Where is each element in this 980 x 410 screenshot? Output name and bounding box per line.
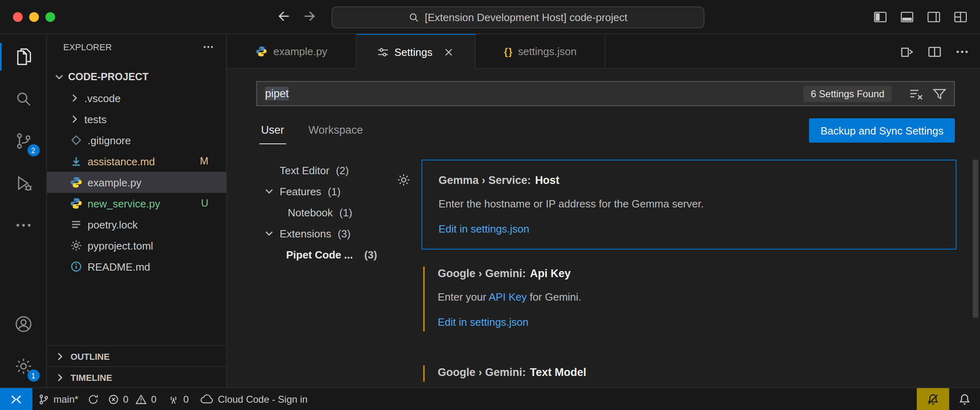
api-key-link[interactable]: API Key [489, 291, 527, 303]
python-file-icon [256, 45, 268, 58]
explorer-header: EXPLORER [47, 34, 226, 60]
activity-run-debug[interactable] [0, 162, 47, 204]
python-file-icon [70, 197, 83, 210]
notifications-button[interactable] [949, 388, 980, 410]
toc-text-editor[interactable]: Text Editor (2) [227, 160, 422, 181]
toc-count: (3) [364, 248, 377, 261]
description-text: for Gemini. [527, 291, 581, 303]
toc-features[interactable]: Features (1) [227, 181, 422, 202]
settings-toc: Text Editor (2) Features (1) Notebook (1… [227, 160, 422, 265]
run-debug-icon [13, 173, 33, 193]
tree-item-gitignore[interactable]: .gitignore [47, 130, 226, 151]
activity-source-control[interactable]: 2 [0, 120, 47, 162]
split-editor-icon[interactable] [927, 43, 943, 60]
error-count: 0 [123, 393, 128, 405]
edit-in-settings-json-link[interactable]: Edit in settings.json [438, 316, 529, 328]
remote-indicator[interactable] [0, 388, 32, 410]
toc-extensions[interactable]: Extensions (3) [227, 223, 422, 244]
backup-sync-settings-button[interactable]: Backup and Sync Settings [809, 118, 955, 143]
toc-count: (3) [338, 227, 351, 239]
activity-search[interactable] [0, 78, 47, 120]
activity-more-views[interactable] [0, 204, 47, 246]
info-file-icon [70, 260, 83, 273]
settings-search-input[interactable]: pipet 6 Settings Found [256, 81, 955, 106]
chevron-right-icon [53, 350, 66, 363]
history-back-button[interactable] [276, 9, 291, 23]
setting-title: Gemma › Service:Host [439, 173, 941, 188]
json-braces-icon: { } [504, 46, 512, 57]
outline-label: OUTLINE [71, 351, 110, 361]
setting-title: Google › Gemini:Api Key [438, 267, 942, 281]
cloud-code-signin[interactable]: Cloud Code - Sign in [195, 388, 313, 410]
filter-icon[interactable] [931, 85, 948, 102]
tab-settings-json[interactable]: { } settings.json [476, 34, 606, 69]
tree-item-poetry-lock[interactable]: poetry.lock [47, 214, 226, 235]
radio-tower-icon [168, 393, 179, 405]
do-not-disturb-button[interactable] [917, 388, 949, 410]
tree-item-tests[interactable]: tests [47, 109, 226, 130]
git-status-badge: M [200, 156, 208, 167]
views-more-actions-icon[interactable] [202, 41, 215, 53]
close-tab-icon[interactable] [443, 46, 455, 58]
activity-settings[interactable]: 1 [0, 345, 47, 387]
toc-pipet-code[interactable]: Pipet Code ... (3) [227, 244, 422, 265]
settings-search-value: pipet [265, 88, 804, 100]
minimize-window-button[interactable] [29, 12, 39, 22]
tree-item-assistance-md[interactable]: assistance.md M [47, 151, 226, 172]
tree-root-code-project[interactable]: CODE-PROJECT [47, 66, 226, 88]
problems-status[interactable]: 0 0 [102, 388, 162, 410]
toc-label: Features [280, 185, 321, 197]
markdown-file-icon [70, 155, 83, 168]
status-bar: main* 0 0 0 Cloud Cod [0, 387, 980, 410]
editor-area: example.py Settings { } settings.json [227, 34, 980, 387]
gitignore-file-icon [70, 134, 83, 147]
open-changes-icon[interactable] [899, 43, 915, 60]
tree-item-example-py[interactable]: example.py [47, 172, 226, 193]
outline-section-header[interactable]: OUTLINE [47, 345, 226, 366]
tree-item-label: new_service.py [88, 197, 160, 209]
tree-item-pyproject-toml[interactable]: pyproject.toml [47, 235, 226, 256]
settings-sliders-icon [377, 46, 389, 58]
git-branch-status[interactable]: main* [32, 388, 84, 410]
zoom-window-button[interactable] [45, 12, 55, 22]
setting-manage-gear-icon[interactable] [396, 173, 411, 187]
history-forward-button[interactable] [302, 9, 317, 23]
clear-search-icon[interactable] [908, 85, 924, 102]
toggle-panel-icon[interactable] [899, 9, 915, 25]
settings-scrollbar[interactable] [973, 160, 978, 318]
tab-example-py[interactable]: example.py [227, 34, 357, 69]
remote-icon [9, 392, 24, 406]
setting-google-gemini-text-model[interactable]: Google › Gemini:Text Model [422, 361, 956, 387]
setting-category: Google › Gemini: [438, 267, 526, 280]
activity-accounts[interactable] [0, 303, 47, 345]
tree-item-readme-md[interactable]: README.md [47, 256, 226, 277]
tab-settings[interactable]: Settings [357, 34, 476, 70]
ports-status[interactable]: 0 [162, 388, 194, 410]
close-window-button[interactable] [13, 12, 23, 22]
scope-tab-workspace[interactable]: Workspace [307, 118, 365, 144]
tree-item-vscode[interactable]: .vscode [47, 88, 226, 109]
command-center[interactable]: [Extension Development Host] code-projec… [332, 6, 704, 28]
scope-tab-user[interactable]: User [259, 118, 286, 144]
window-title: [Extension Development Host] code-projec… [425, 11, 627, 23]
more-actions-icon[interactable] [954, 43, 970, 60]
sync-changes-button[interactable] [84, 388, 102, 410]
customize-layout-icon[interactable] [952, 9, 969, 25]
tree-item-label: assistance.md [88, 155, 155, 167]
toc-count: (1) [339, 206, 352, 218]
settings-editor: pipet 6 Settings Found User Workspace Ba… [227, 69, 980, 387]
toc-notebook[interactable]: Notebook (1) [227, 202, 422, 223]
ellipsis-icon [13, 216, 33, 235]
edit-in-settings-json-link[interactable]: Edit in settings.json [439, 223, 529, 235]
timeline-section-header[interactable]: TIMELINE [47, 366, 226, 387]
arrow-right-icon [302, 9, 317, 23]
chevron-down-icon [263, 227, 276, 240]
activity-explorer[interactable] [0, 36, 47, 78]
sync-icon [87, 393, 98, 405]
setting-gemma-service-host[interactable]: Gemma › Service:Host Enter the hostname … [422, 160, 956, 250]
setting-google-gemini-api-key[interactable]: Google › Gemini:Api Key Enter your API K… [422, 262, 956, 336]
toggle-secondary-sidebar-icon[interactable] [926, 9, 942, 25]
toc-label: Notebook [288, 206, 333, 218]
tree-item-new-service-py[interactable]: new_service.py U [47, 193, 226, 214]
toggle-sidebar-icon[interactable] [872, 9, 888, 25]
